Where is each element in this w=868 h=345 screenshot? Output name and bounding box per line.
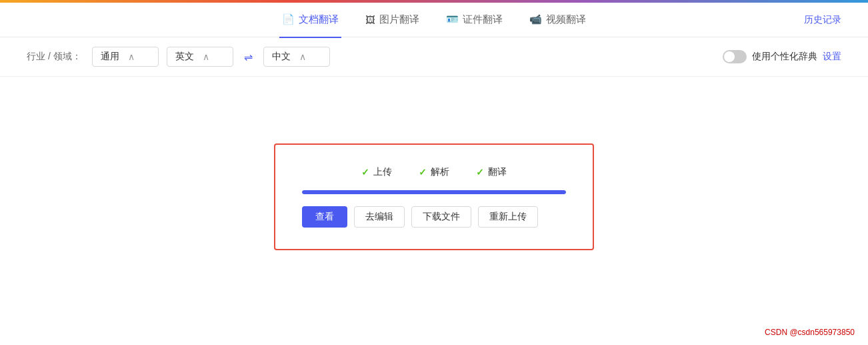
- step-翻译: ✓翻译: [476, 166, 507, 178]
- step-label: 翻译: [488, 166, 507, 178]
- settings-link[interactable]: 设置: [823, 51, 841, 63]
- source-lang-value: 英文: [175, 51, 197, 63]
- target-lang-select[interactable]: 中文 ∧: [263, 47, 330, 67]
- cert-tab-label: 证件翻译: [463, 13, 503, 26]
- img-tab-icon: 🖼: [365, 14, 375, 25]
- img-tab-label: 图片翻译: [379, 13, 419, 26]
- tab-doc[interactable]: 📄文档翻译: [279, 3, 341, 38]
- target-lang-chevron-icon: ∧: [299, 51, 321, 62]
- history-link[interactable]: 历史记录: [804, 14, 841, 26]
- domain-select[interactable]: 通用 ∧: [92, 47, 159, 67]
- video-tab-icon: 📹: [529, 13, 542, 25]
- toggle-area: 使用个性化辞典 设置: [723, 50, 841, 63]
- video-tab-label: 视频翻译: [546, 13, 586, 26]
- target-lang-value: 中文: [272, 51, 294, 63]
- domain-value: 通用: [101, 51, 123, 63]
- swap-icon[interactable]: ⇌: [241, 51, 255, 63]
- cert-tab-icon: 🪪: [446, 13, 459, 25]
- upload-card: ✓上传✓解析✓翻译 查看去编辑下载文件重新上传: [274, 143, 594, 250]
- download-button[interactable]: 下载文件: [411, 206, 471, 228]
- doc-tab-icon: 📄: [282, 13, 295, 25]
- step-解析: ✓解析: [419, 166, 449, 178]
- source-lang-chevron-icon: ∧: [203, 51, 225, 62]
- view-button[interactable]: 查看: [302, 206, 347, 228]
- step-上传: ✓上传: [361, 166, 392, 178]
- edit-button[interactable]: 去编辑: [354, 206, 405, 228]
- reupload-button[interactable]: 重新上传: [478, 206, 538, 228]
- steps-row: ✓上传✓解析✓翻译: [302, 166, 566, 178]
- domain-label: 行业 / 领域：: [27, 51, 81, 63]
- step-check-icon: ✓: [476, 167, 484, 178]
- progress-bar-container: [302, 190, 566, 194]
- toggle-label: 使用个性化辞典: [752, 51, 817, 63]
- step-label: 解析: [431, 166, 449, 178]
- doc-tab-label: 文档翻译: [299, 13, 339, 26]
- toolbar: 行业 / 领域： 通用 ∧ 英文 ∧ ⇌ 中文 ∧ 使用个性化辞典 设置: [0, 37, 868, 77]
- main-content: ✓上传✓解析✓翻译 查看去编辑下载文件重新上传: [0, 77, 868, 317]
- tab-video[interactable]: 📹视频翻译: [527, 3, 589, 38]
- progress-bar-fill: [302, 190, 566, 194]
- source-lang-select[interactable]: 英文 ∧: [167, 47, 233, 67]
- nav-tabs: 📄文档翻译🖼图片翻译🪪证件翻译📹视频翻译 历史记录: [0, 3, 868, 37]
- buttons-row: 查看去编辑下载文件重新上传: [302, 206, 538, 228]
- step-check-icon: ✓: [361, 167, 369, 178]
- tabs-container: 📄文档翻译🖼图片翻译🪪证件翻译📹视频翻译: [27, 3, 841, 37]
- domain-chevron-icon: ∧: [128, 51, 150, 62]
- step-check-icon: ✓: [419, 167, 427, 178]
- personalized-dict-toggle[interactable]: [723, 50, 747, 63]
- step-label: 上传: [373, 166, 392, 178]
- tab-cert[interactable]: 🪪证件翻译: [443, 3, 505, 38]
- tab-img[interactable]: 🖼图片翻译: [363, 3, 422, 38]
